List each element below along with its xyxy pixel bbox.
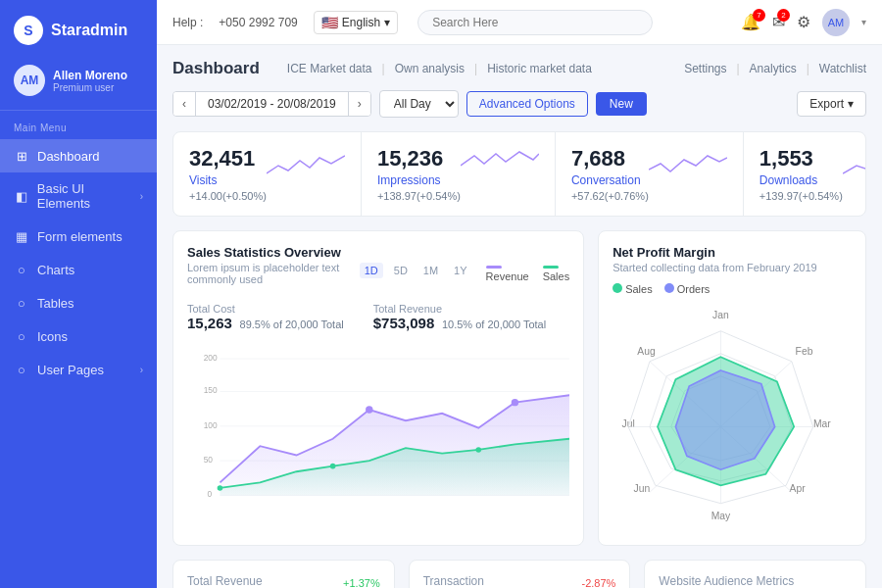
filter-1y[interactable]: 1Y bbox=[449, 263, 471, 278]
total-cost-block: Total Cost 15,263 89.5% of 20,000 Total bbox=[187, 303, 344, 331]
time-filters: 1D 5D 1M 1Y bbox=[360, 263, 472, 278]
sidebar-item-icons[interactable]: ○ Icons bbox=[0, 319, 157, 353]
svg-text:Aug: Aug bbox=[637, 346, 656, 357]
transaction-title: Transaction bbox=[423, 574, 484, 588]
revenue-label: Total Revenue bbox=[373, 303, 546, 315]
advanced-options-button[interactable]: Advanced Options bbox=[466, 91, 588, 117]
chart-icon: ○ bbox=[14, 262, 29, 277]
chart-title: Sales Statistics Overview bbox=[187, 245, 360, 260]
filter-1m[interactable]: 1M bbox=[418, 263, 443, 278]
total-revenue-card: Total Revenue +1.37% 184.42K bbox=[172, 560, 395, 588]
cost-value: 15,263 bbox=[187, 315, 232, 331]
chevron-down-icon: ▾ bbox=[384, 16, 390, 29]
svg-text:150: 150 bbox=[204, 385, 218, 395]
stat-label: Conversation bbox=[571, 173, 649, 187]
transaction-change: -2.87% bbox=[581, 577, 615, 589]
settings-button[interactable]: ⚙ bbox=[797, 13, 810, 31]
sidebar-item-label: Icons bbox=[37, 329, 68, 344]
svg-point-11 bbox=[366, 406, 372, 413]
sparkline-impressions bbox=[461, 146, 539, 181]
chevron-down-icon: ▾ bbox=[848, 97, 854, 111]
mail-badge: 2 bbox=[777, 9, 790, 22]
chart-legend: Revenue Sales bbox=[486, 259, 570, 282]
export-button[interactable]: Export ▾ bbox=[797, 91, 866, 117]
dashboard-tabs: ICE Market data | Own analysis | Histori… bbox=[279, 60, 600, 77]
svg-point-16 bbox=[475, 447, 481, 453]
net-profit-title: Net Profit Margin bbox=[612, 245, 852, 260]
user-role: Premium user bbox=[53, 82, 127, 93]
main-content: Help : +050 2992 709 🇺🇸 English ▾ 🔔 7 ✉ … bbox=[157, 0, 882, 588]
watchlist-link[interactable]: Watchlist bbox=[819, 62, 866, 75]
stat-label: Visits bbox=[189, 173, 267, 187]
content-area: Dashboard ICE Market data | Own analysis… bbox=[157, 45, 882, 588]
user-name: Allen Moreno bbox=[53, 69, 127, 82]
tab-own[interactable]: Own analysis bbox=[387, 60, 472, 77]
time-period-select[interactable]: All Day 1D 1W 1M bbox=[379, 90, 459, 118]
audience-title: Website Audience Metrics bbox=[659, 574, 852, 588]
legend-revenue: Revenue bbox=[486, 270, 529, 282]
analytics-link[interactable]: Analytics bbox=[750, 62, 797, 75]
date-prev-button[interactable]: ‹ bbox=[173, 92, 195, 116]
svg-text:Jun: Jun bbox=[634, 483, 651, 494]
total-revenue-change: +1.37% bbox=[343, 577, 380, 589]
svg-text:50: 50 bbox=[204, 455, 214, 465]
new-button[interactable]: New bbox=[596, 92, 647, 116]
sparkline-conversation bbox=[649, 146, 727, 181]
avatar: AM bbox=[14, 65, 45, 96]
stat-value: 7,688 bbox=[571, 146, 649, 172]
svg-text:Mar: Mar bbox=[813, 418, 831, 429]
date-range-label: 03/02/2019 - 20/08/2019 bbox=[195, 92, 349, 116]
sparkline-visits bbox=[267, 146, 345, 181]
search-input[interactable] bbox=[417, 10, 653, 35]
filter-1d[interactable]: 1D bbox=[360, 263, 383, 278]
sidebar-item-charts[interactable]: ○ Charts bbox=[0, 253, 157, 286]
user-avatar-topbar[interactable]: AM bbox=[822, 9, 850, 36]
language-selector[interactable]: 🇺🇸 English ▾ bbox=[314, 11, 398, 34]
chevron-right-icon: › bbox=[140, 365, 143, 375]
export-label: Export bbox=[809, 97, 844, 111]
sidebar-item-basic-ui[interactable]: ◧ Basic UI Elements › bbox=[0, 172, 157, 220]
sparkline-downloads bbox=[843, 146, 866, 181]
stat-conversation: 7,688 Conversation +57.62(+0.76%) bbox=[556, 132, 744, 216]
svg-text:May: May bbox=[711, 511, 731, 521]
sidebar-user: AM Allen Moreno Premium user bbox=[0, 57, 157, 111]
table-icon: ○ bbox=[14, 295, 29, 311]
net-profit-chart: Net Profit Margin Started collecting dat… bbox=[598, 230, 866, 546]
app-name: Staradmin bbox=[51, 22, 127, 39]
filter-row: ‹ 03/02/2019 - 20/08/2019 › All Day 1D 1… bbox=[172, 90, 866, 118]
help-text: Help : bbox=[172, 16, 203, 29]
topbar: Help : +050 2992 709 🇺🇸 English ▾ 🔔 7 ✉ … bbox=[157, 0, 882, 45]
sidebar-item-dashboard[interactable]: ⊞ Dashboard bbox=[0, 139, 157, 172]
sidebar-item-tables[interactable]: ○ Tables bbox=[0, 286, 157, 319]
revenue-pct: 10.5% of 20,000 Total bbox=[442, 318, 546, 330]
stat-change: +139.97(+0.54%) bbox=[760, 190, 843, 202]
filter-5d[interactable]: 5D bbox=[389, 263, 413, 278]
sidebar-item-form-elements[interactable]: ▦ Form elements bbox=[0, 220, 157, 253]
radar-orders-label: Orders bbox=[677, 283, 710, 295]
stat-label: Impressions bbox=[377, 173, 461, 187]
phone-text: +050 2992 709 bbox=[219, 16, 297, 29]
tab-ice[interactable]: ICE Market data bbox=[279, 60, 380, 77]
radar-chart: Jan Feb Mar Apr May Jun Jul Aug bbox=[612, 303, 852, 528]
revenue-value: $753,098 bbox=[373, 315, 435, 331]
settings-link[interactable]: Settings bbox=[684, 62, 726, 75]
date-next-button[interactable]: › bbox=[349, 92, 370, 116]
notification-button[interactable]: 🔔 7 bbox=[741, 13, 760, 31]
transaction-card: Transaction -2.87% 147.7K bbox=[409, 560, 631, 588]
sidebar-item-user-pages[interactable]: ○ User Pages › bbox=[0, 353, 157, 386]
cost-revenue-row: Total Cost 15,263 89.5% of 20,000 Total … bbox=[187, 303, 569, 331]
svg-text:100: 100 bbox=[204, 420, 218, 430]
total-revenue-title: Total Revenue bbox=[187, 574, 263, 588]
page-title: Dashboard bbox=[172, 59, 260, 78]
total-revenue-block: Total Revenue $753,098 10.5% of 20,000 T… bbox=[373, 303, 546, 331]
stat-downloads: 1,553 Downloads +139.97(+0.54%) bbox=[744, 132, 866, 216]
svg-text:200: 200 bbox=[204, 353, 218, 363]
icons-icon: ○ bbox=[14, 328, 29, 344]
svg-point-14 bbox=[218, 485, 223, 491]
logo-icon: S bbox=[14, 16, 43, 45]
dashboard-actions: Settings | Analytics | Watchlist bbox=[684, 62, 866, 75]
mail-button[interactable]: ✉ 2 bbox=[772, 13, 785, 31]
sales-statistics-chart: Sales Statistics Overview Lorem ipsum is… bbox=[172, 230, 584, 546]
tab-historic[interactable]: Historic market data bbox=[479, 60, 600, 77]
chevron-down-icon[interactable]: ▾ bbox=[861, 17, 866, 27]
